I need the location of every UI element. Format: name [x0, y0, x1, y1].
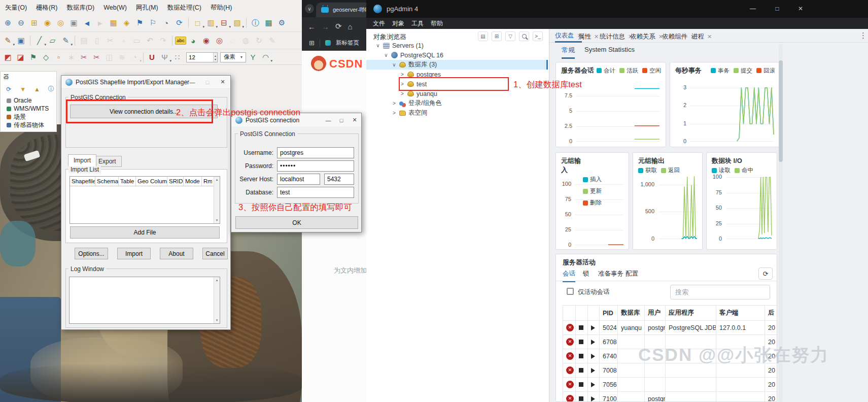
redo-icon[interactable]: ↷ [157, 35, 169, 47]
cancel-query-icon[interactable]: ✕ [566, 338, 574, 346]
chevron-right-icon[interactable]: > [392, 100, 397, 106]
cancel-query-icon-cell[interactable]: ✕ [563, 363, 576, 378]
close-icon[interactable]: ✕ [594, 34, 599, 40]
reload-icon[interactable]: ⟳ [335, 22, 342, 31]
spatial-bookmark-icon[interactable]: ⚑ [133, 17, 146, 29]
dialog-titlebar[interactable]: PostGIS connection — □ ✕ [231, 113, 361, 127]
identify-features-icon[interactable]: ⓘ [249, 17, 262, 29]
reshape-features-icon[interactable]: ≋ [116, 51, 128, 63]
tab-statistics[interactable]: 统计信息✕ [600, 30, 633, 43]
select-by-location-icon[interactable]: ▧▾ [231, 17, 244, 29]
import-button[interactable]: Import [117, 248, 151, 259]
browser-item-0[interactable]: Oracle [1, 96, 56, 105]
browser-tab[interactable]: geoserver-哔哩 [316, 3, 366, 17]
chevron-right-icon[interactable]: > [400, 72, 405, 77]
scrollbar[interactable]: ▴▾ [214, 177, 220, 223]
chevron-down-icon[interactable]: ∨ [392, 62, 397, 68]
view-connection-details-button[interactable]: View connection details... [70, 105, 218, 118]
subtab-general[interactable]: 常规 [562, 46, 575, 59]
terminate-session-icon-cell[interactable] [576, 335, 588, 349]
tree-item-db-test[interactable]: > test [400, 79, 427, 89]
expand-row-icon-cell[interactable] [588, 392, 600, 402]
search-input[interactable] [670, 285, 770, 299]
tree-item-db-yuanqu[interactable]: > yuanqu [400, 89, 437, 98]
split-parts-icon[interactable]: ✂ [90, 51, 103, 63]
properties-icon[interactable]: ⓘ [46, 83, 56, 95]
zoom-to-selection-icon[interactable]: ◉ [41, 17, 54, 29]
cancel-query-icon-cell[interactable]: ✕ [563, 349, 576, 363]
import-list-table[interactable]: Shapefile Schema Table Geo Column SRID M… [70, 176, 220, 224]
activity-tab-locks[interactable]: 锁 [583, 270, 589, 281]
tree-item-tablespaces[interactable]: > 表空间 [392, 108, 428, 118]
chevron-down-icon[interactable]: ∨ [384, 52, 389, 58]
refresh-icon[interactable]: ⟳ [4, 83, 14, 95]
terminate-session-icon-cell[interactable] [576, 349, 588, 363]
scrollbar[interactable]: ▴▾ [214, 277, 220, 323]
session-row[interactable]: ✕7100postgr...20 [563, 392, 778, 402]
cancel-button[interactable]: Cancel [202, 248, 228, 259]
session-row[interactable]: ✕705620 [563, 378, 778, 392]
back-icon[interactable]: ← [308, 22, 316, 31]
chevron-right-icon[interactable]: > [400, 91, 405, 96]
menu-file[interactable]: 文件 [373, 19, 385, 28]
terminate-session-icon-cell[interactable] [576, 392, 588, 402]
zoom-out-icon[interactable]: ⊖ [15, 17, 27, 29]
move-feature-icon[interactable]: ◪ [14, 51, 27, 63]
collapse-all-icon[interactable]: ▲ [32, 83, 43, 95]
chevron-right-icon[interactable]: > [392, 110, 397, 116]
modify-attributes-icon[interactable]: ▤ [78, 35, 90, 47]
filter-browser-icon[interactable]: ▼ [18, 83, 28, 95]
menu-help[interactable]: 帮助(H) [211, 4, 232, 12]
snap-tolerance-stepper[interactable]: ▴▾ [186, 52, 218, 62]
menu-database[interactable]: 数据库(D) [66, 4, 94, 12]
merge-features-icon[interactable]: ◫ [103, 51, 116, 63]
terminate-session-icon[interactable] [579, 396, 583, 401]
add-file-button[interactable]: Add File [70, 226, 220, 239]
filter-icon[interactable]: ▽ [505, 31, 515, 41]
kebab-menu-icon[interactable]: ⋮ [859, 31, 867, 40]
close-button[interactable]: ✕ [792, 3, 809, 15]
refresh-map-icon[interactable]: ⟳ [173, 17, 186, 29]
tree-item-servers[interactable]: ∨ Servers (1) [375, 41, 424, 50]
layer-labeling-icon[interactable]: abc [175, 37, 186, 45]
active-only-checkbox[interactable] [567, 288, 574, 295]
maximize-button[interactable]: □ [335, 113, 348, 127]
cancel-query-icon[interactable]: ✕ [566, 324, 574, 331]
cancel-query-icon-cell[interactable]: ✕ [563, 335, 576, 349]
stepper-arrows-icon[interactable]: ▴▾ [213, 53, 217, 62]
tab-dashboard[interactable]: 仪表盘✕ [555, 30, 582, 43]
cancel-query-icon[interactable]: ✕ [566, 395, 574, 402]
bookmark-new-tab[interactable]: 新标签页 [336, 39, 359, 47]
tab-search-icon[interactable]: ∨ [305, 4, 314, 13]
fill-ring-icon[interactable]: ◔▾ [128, 51, 141, 63]
dialog-titlebar[interactable]: PostGIS Shapefile Import/Export Manager … [61, 76, 230, 89]
rotate-label-icon[interactable]: ↻ [253, 35, 265, 47]
statistical-summary-icon[interactable]: ▦ [262, 17, 275, 29]
expand-row-icon[interactable] [591, 396, 595, 401]
tree-item-db-postgres[interactable]: > postgres [400, 70, 441, 79]
zoom-native-icon[interactable]: ▣ [67, 17, 80, 29]
activity-tab-config[interactable]: 配置 [626, 270, 638, 281]
show-hide-labels-icon[interactable]: ◍ [239, 35, 252, 47]
terminate-session-icon-cell[interactable] [576, 321, 588, 335]
snapping-options-icon[interactable]: Ψ▾ [158, 51, 171, 63]
terminate-session-icon[interactable] [579, 340, 583, 344]
processing-toolbox-icon[interactable]: ⚙ [275, 17, 288, 29]
minimize-button[interactable]: — [322, 113, 335, 127]
terminate-session-icon[interactable] [579, 368, 583, 373]
scrollbar-thumb[interactable] [779, 60, 783, 162]
table-view-icon[interactable]: ⊞ [492, 31, 502, 41]
tracing-icon[interactable]: Y [247, 51, 259, 63]
chevron-right-icon[interactable]: > [400, 81, 405, 87]
expand-row-icon-cell[interactable] [588, 335, 600, 349]
expand-row-icon[interactable] [591, 325, 595, 330]
tree-item-postgresql16[interactable]: ∨ PostgreSQL 16 [384, 50, 443, 60]
log-window-textarea[interactable]: ▴▾ [69, 277, 220, 324]
maximize-button[interactable]: □ [769, 3, 785, 15]
zoom-last-icon[interactable]: ◄ [81, 17, 93, 29]
menu-help[interactable]: 帮助 [431, 19, 443, 28]
cancel-query-icon[interactable]: ✕ [566, 352, 574, 360]
undo-icon[interactable]: ↶ [144, 35, 156, 47]
zoom-next-icon[interactable]: ► [94, 17, 107, 29]
terminate-session-icon[interactable] [579, 354, 583, 358]
